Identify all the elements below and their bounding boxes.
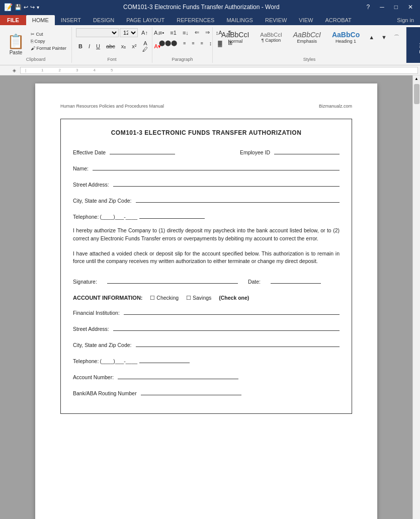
tab-acrobat[interactable]: ACROBAT bbox=[319, 15, 357, 25]
title-bar: 📝 💾 ↩ ↪ ▾ COM101-3 Electronic Funds Tran… bbox=[0, 0, 420, 14]
sign-in-button[interactable]: Sign in bbox=[391, 15, 420, 25]
signature-row: Signature: Date: bbox=[73, 276, 340, 285]
telephone-line[interactable] bbox=[139, 211, 205, 219]
form-border-box: COM101-3 ELECTRONIC FUNDS TRANSFER AUTHO… bbox=[60, 119, 352, 414]
bank-aba-line[interactable] bbox=[141, 387, 241, 395]
financial-institution-row: Financial Institution: bbox=[73, 307, 340, 316]
bank-aba-label: Bank/ABA Routing Number bbox=[73, 390, 137, 396]
bullet-list-button[interactable]: ≡• bbox=[156, 29, 166, 37]
styles-scroll-down[interactable]: ▼ bbox=[379, 33, 389, 41]
tab-design[interactable]: DESIGN bbox=[87, 15, 120, 25]
account-street-row: Street Address: bbox=[73, 323, 340, 332]
scroll-up-button[interactable]: ▲ bbox=[413, 75, 419, 82]
name-line[interactable] bbox=[93, 162, 340, 170]
decrease-indent-button[interactable]: ⇐ bbox=[192, 28, 202, 37]
title-bar-left: 📝 💾 ↩ ↪ ▾ bbox=[4, 3, 39, 11]
city-state-zip-row: City, State and Zip Code: bbox=[73, 195, 340, 204]
style-heading1-preview: AaBbCo bbox=[332, 31, 360, 39]
styles-scroll-up[interactable]: ▲ bbox=[366, 33, 377, 41]
ribbon-tabs: FILE HOME INSERT DESIGN PAGE LAYOUT REFE… bbox=[0, 14, 420, 25]
strikethrough-button[interactable]: abc bbox=[104, 42, 118, 50]
superscript-button[interactable]: x² bbox=[129, 42, 139, 50]
savings-checkbox[interactable]: ☐ Savings bbox=[186, 295, 211, 301]
style-caption[interactable]: AaBbCcI ¶ Caption bbox=[256, 29, 286, 45]
tab-file[interactable]: FILE bbox=[0, 15, 26, 25]
tab-mailings[interactable]: MAILINGS bbox=[220, 15, 259, 25]
increase-indent-button[interactable]: ⇒ bbox=[203, 28, 212, 37]
account-section: ACCOUNT INFORMATION: ☐ Checking ☐ Saving… bbox=[73, 295, 340, 396]
paste-icon: 📋 bbox=[7, 35, 25, 49]
maximize-button[interactable]: □ bbox=[391, 3, 401, 12]
scroll-thumb[interactable] bbox=[414, 84, 419, 104]
employee-id-line[interactable] bbox=[274, 146, 340, 154]
copy-button[interactable]: ⎘ Copy bbox=[29, 38, 68, 44]
justify-button[interactable]: ≡ bbox=[198, 40, 206, 47]
style-normal[interactable]: AaBbCcI Normal bbox=[217, 28, 254, 46]
font-size-select[interactable]: 12 bbox=[120, 28, 138, 37]
style-heading1-label: Heading 1 bbox=[335, 39, 356, 44]
account-number-row: Account Number: bbox=[73, 371, 340, 380]
font-format-row: B I U abc x₂ x² A🖊 A▾ bbox=[76, 39, 163, 53]
styles-expand[interactable]: ⌒ bbox=[391, 33, 402, 42]
title-bar-title: COM101-3 Electronic Funds Transfer Autho… bbox=[39, 4, 364, 11]
name-label: Name: bbox=[73, 165, 89, 171]
ribbon-content: 📋 Paste ✂ Cut ⎘ Copy 🖌 Format Painter Cl… bbox=[0, 25, 420, 65]
page-header-right: Bizmanualz.com bbox=[319, 104, 352, 109]
align-right-button[interactable]: ≡ bbox=[189, 40, 197, 47]
editing-panel: Editing bbox=[406, 27, 420, 63]
font-name-select[interactable]: Arial bbox=[76, 28, 119, 37]
copy-icon: ⎘ bbox=[31, 39, 33, 44]
checking-checkbox[interactable]: ☐ Checking bbox=[150, 295, 179, 301]
street-address-line[interactable] bbox=[113, 179, 340, 187]
form-title: COM101-3 ELECTRONIC FUNDS TRANSFER AUTHO… bbox=[73, 129, 340, 136]
bold-button[interactable]: B bbox=[76, 42, 85, 50]
subscript-button[interactable]: x₂ bbox=[119, 42, 129, 51]
financial-institution-line[interactable] bbox=[124, 307, 340, 315]
underline-button[interactable]: U bbox=[94, 42, 103, 50]
style-emphasis[interactable]: AaBbCcI Emphasis bbox=[289, 28, 325, 46]
tab-view[interactable]: VIEW bbox=[293, 15, 319, 25]
tab-page-layout[interactable]: PAGE LAYOUT bbox=[120, 15, 171, 25]
paragraph-group: ≡• ≡1 ≡↓ ⇐ ⇒ ↕A ¶ ⬤⬤⬤ ≡ ≡ ≡ ↕ ▓ ⊞ Paragr… bbox=[152, 27, 213, 63]
account-telephone-label: Telephone: bbox=[73, 358, 99, 364]
quick-access-save[interactable]: 💾 bbox=[15, 4, 22, 11]
text-highlight-button[interactable]: A🖊 bbox=[140, 39, 150, 53]
account-street-label: Street Address: bbox=[73, 326, 109, 332]
close-button[interactable]: ✕ bbox=[405, 3, 416, 12]
format-painter-button[interactable]: 🖌 Format Painter bbox=[29, 45, 68, 51]
multilevel-list-button[interactable]: ≡↓ bbox=[180, 29, 191, 37]
account-street-line[interactable] bbox=[113, 323, 340, 331]
numbered-list-button[interactable]: ≡1 bbox=[167, 29, 179, 37]
quick-access-redo[interactable]: ↪ bbox=[30, 4, 35, 11]
cut-button[interactable]: ✂ Cut bbox=[29, 31, 68, 37]
signature-line[interactable] bbox=[107, 276, 238, 284]
tab-review[interactable]: REVIEW bbox=[259, 15, 293, 25]
tab-home[interactable]: HOME bbox=[26, 15, 55, 25]
date-line[interactable] bbox=[271, 276, 321, 284]
style-heading1[interactable]: AaBbCo Heading 1 bbox=[327, 28, 364, 46]
page-header: Human Resources Policies and Procedures … bbox=[60, 104, 352, 109]
account-city-line[interactable] bbox=[136, 339, 340, 347]
account-telephone-line[interactable] bbox=[139, 355, 190, 363]
vertical-scrollbar[interactable]: ▲ ▼ bbox=[412, 75, 420, 519]
styles-group: AaBbCcI Normal AaBbCcI ¶ Caption AaBbCcI… bbox=[213, 27, 406, 63]
align-left-button[interactable]: ⬤⬤⬤ bbox=[156, 39, 180, 47]
font-selector-row: Arial 12 A↑ A↓ bbox=[76, 28, 163, 37]
tab-references[interactable]: REFERENCES bbox=[171, 15, 220, 25]
account-city-row: City, State and Zip Code: bbox=[73, 339, 340, 348]
font-grow-button[interactable]: A↑ bbox=[139, 29, 150, 37]
date-label: Date: bbox=[248, 279, 261, 285]
italic-button[interactable]: I bbox=[86, 42, 93, 50]
paragraph-label: Paragraph bbox=[156, 56, 208, 62]
quick-access-undo[interactable]: ↩ bbox=[24, 4, 28, 11]
tab-insert[interactable]: INSERT bbox=[55, 15, 87, 25]
minimize-button[interactable]: ─ bbox=[377, 3, 387, 12]
document-area: Human Resources Policies and Procedures … bbox=[0, 75, 412, 519]
city-state-zip-line[interactable] bbox=[136, 195, 340, 203]
effective-date-line[interactable] bbox=[110, 146, 175, 154]
font-label: Font bbox=[76, 56, 148, 62]
scissors-icon: ✂ bbox=[31, 32, 35, 37]
align-center-button[interactable]: ≡ bbox=[181, 40, 188, 47]
account-number-line[interactable] bbox=[118, 371, 238, 379]
help-button[interactable]: ? bbox=[364, 3, 373, 12]
